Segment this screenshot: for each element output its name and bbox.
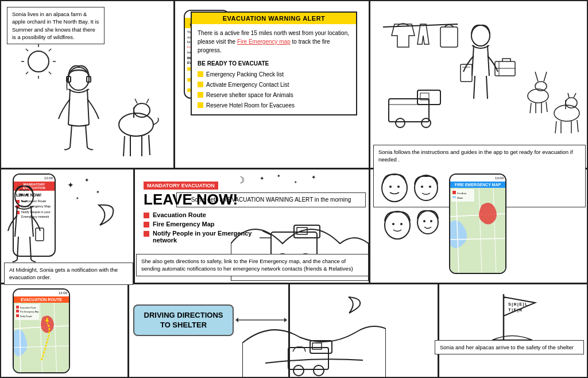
svg-point-70 — [392, 223, 394, 225]
svg-point-71 — [400, 223, 403, 225]
svg-line-5 — [26, 49, 28, 51]
svg-point-49 — [15, 186, 33, 207]
big-alert-header: EVACUATION WARNING ALERT — [192, 13, 356, 24]
svg-text:Notify People: Notify People — [20, 315, 32, 318]
vertical-divider-4 — [369, 168, 370, 283]
big-alert-bullet-3: Reserve shelter space for Animals — [198, 91, 350, 99]
svg-rect-96 — [16, 310, 19, 313]
big-bullet-icon-3 — [198, 92, 203, 98]
svg-point-68 — [429, 186, 431, 188]
svg-text:T|E|R: T|E|R — [508, 307, 522, 313]
caption-4: She also gets directions to safety, link… — [136, 254, 369, 276]
svg-line-30 — [546, 102, 547, 112]
svg-line-6 — [49, 72, 51, 74]
mand-evac-header: MANDATORY EVACUATION — [144, 182, 218, 190]
svg-line-27 — [530, 103, 531, 113]
svg-text:✦: ✦ — [311, 174, 316, 180]
svg-text:★: ★ — [76, 196, 79, 200]
svg-marker-101 — [235, 318, 238, 322]
svg-rect-94 — [16, 306, 19, 308]
svg-point-72 — [417, 211, 438, 234]
caption-3-text: At Midnight, Sonia gets a notification w… — [9, 267, 118, 280]
big-alert-body: There is a active fire 15 miles north we… — [192, 24, 356, 114]
big-alert-bullet-2: Activate Emergency Contact List — [198, 80, 350, 89]
vertical-divider-7 — [438, 283, 439, 378]
svg-text:✦: ✦ — [67, 180, 74, 190]
big-bullet-icon-1 — [198, 71, 203, 77]
shelter-illustration: S|H|E|L T|E|R — [481, 288, 550, 346]
svg-line-7 — [26, 72, 28, 74]
red-bullet-icon-3 — [144, 231, 149, 237]
evac-route-svg: Evacuation Route Fire Emergency Map Noti… — [14, 303, 69, 372]
big-alert-bullet-text-3: Reserve shelter space for Animals — [206, 91, 293, 99]
vertical-divider-1 — [173, 1, 175, 168]
svg-line-33 — [555, 121, 556, 133]
big-bullet-icon-2 — [198, 82, 203, 87]
svg-text:✦: ✦ — [277, 173, 281, 179]
big-alert-panel: EVACUATION WARNING ALERT There is a acti… — [191, 11, 357, 115]
fire-map-area: Fire Area Water — [450, 188, 505, 273]
intro-text-box: Sonia lives in an alpaca farm & apple or… — [7, 7, 105, 44]
fire-link[interactable]: Fire Emergency map — [237, 38, 291, 45]
svg-point-105 — [293, 365, 304, 376]
sonia-illustration — [4, 44, 173, 165]
svg-point-13 — [134, 103, 150, 117]
svg-text:✦: ✦ — [260, 175, 264, 182]
big-alert-bullet-text-2: Activate Emergency Contact List — [206, 80, 289, 89]
fire-map-status: 13:00 — [450, 175, 505, 182]
svg-rect-84 — [452, 196, 456, 198]
phone-fire-map: 13:00 FIRE EMERGENCY MAP — [449, 173, 506, 274]
svg-point-21 — [471, 25, 490, 46]
svg-line-36 — [577, 120, 578, 132]
fire-map-screen: 13:00 FIRE EMERGENCY MAP — [450, 175, 505, 273]
svg-point-65 — [397, 186, 400, 188]
svg-rect-82 — [452, 191, 456, 194]
svg-rect-20 — [440, 27, 458, 47]
svg-point-32 — [566, 98, 577, 108]
evac-route-status: 12:00 — [14, 290, 69, 296]
svg-point-51 — [26, 194, 28, 196]
people-faces-illustration — [377, 171, 446, 251]
svg-point-64 — [389, 186, 392, 188]
svg-point-69 — [385, 211, 410, 239]
evac-route-screen: 12:00 EVACUATION ROUTE — [14, 290, 69, 372]
svg-line-17 — [149, 135, 150, 155]
vertical-divider-3 — [133, 168, 135, 283]
fire-map-svg: Fire Area Water — [450, 188, 505, 273]
direction-bubble: DRIVING DIRECTIONS TO SHELTER — [133, 304, 234, 336]
caption-4-text: She also gets directions to safety, link… — [141, 258, 353, 272]
sonia-ready-illustration — [372, 4, 588, 165]
svg-point-31 — [554, 105, 579, 121]
svg-point-40 — [421, 118, 431, 128]
svg-point-67 — [421, 186, 423, 188]
svg-text:S|H|E|L: S|H|E|L — [508, 302, 528, 307]
direction-text: DRIVING DIRECTIONS TO SHELTER — [143, 311, 224, 330]
mand-evac-bullet-text-1: Evacuation Route — [153, 211, 206, 218]
svg-point-73 — [423, 220, 425, 222]
big-alert-bullet-text-4: Reserve Hotel Room for Evacuees — [206, 101, 295, 110]
svg-text:Evacuation Route: Evacuation Route — [20, 307, 36, 309]
svg-point-74 — [430, 220, 432, 222]
svg-text:Water: Water — [457, 196, 463, 199]
caption-3: At Midnight, Sonia gets a notification w… — [4, 263, 133, 285]
red-bullet-icon-2 — [144, 222, 149, 227]
svg-point-39 — [396, 118, 405, 128]
caption-2-text: Sonia follows the instructions and guide… — [378, 149, 573, 163]
svg-rect-37 — [389, 99, 429, 122]
intro-text: Sonia lives in an alpaca farm & apple or… — [12, 11, 99, 40]
svg-line-8 — [49, 49, 51, 51]
big-alert-body-text: There is a active fire 15 miles north we… — [198, 29, 350, 55]
svg-rect-103 — [288, 348, 328, 369]
evac-route-map-area: Evacuation Route Fire Emergency Map Noti… — [14, 303, 69, 372]
svg-line-14 — [123, 136, 125, 156]
svg-text:Fire Area: Fire Area — [457, 192, 467, 195]
mand-evac-bullet-text-2: Fire Emergency Map — [153, 221, 215, 227]
svg-point-0 — [28, 51, 49, 72]
svg-text:✦: ✦ — [96, 190, 100, 195]
svg-rect-98 — [16, 314, 19, 317]
caption-5-text: Sonia and her alpacas arrive to the safe… — [440, 344, 574, 350]
phone-evac-route: 12:00 EVACUATION ROUTE — [13, 288, 70, 373]
be-ready-heading: BE READY TO EVACUATE — [198, 59, 350, 68]
caption-5: Sonia and her alpacas arrive to the safe… — [435, 340, 584, 354]
big-alert-bullet-4: Reserve Hotel Room for Evacuees — [198, 101, 350, 110]
